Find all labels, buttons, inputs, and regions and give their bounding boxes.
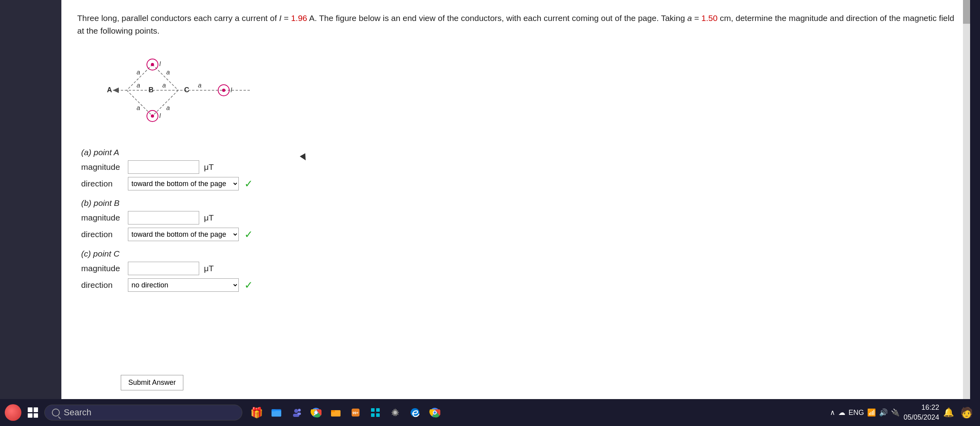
direction-label-a: direction <box>81 179 125 188</box>
magnitude-label-a: magnitude <box>81 162 125 172</box>
battery-icon[interactable]: 🔌 <box>891 408 900 417</box>
windows-icon-sq2 <box>34 407 38 412</box>
language-indicator[interactable]: ENG <box>849 409 864 417</box>
a-value: 1.50 <box>701 13 717 23</box>
svg-text:I: I <box>159 61 161 67</box>
svg-rect-43 <box>376 413 380 417</box>
problem-text-part2: A. The figure below is an end view of th… <box>307 13 687 23</box>
conductor-diagram: a a a a a a a A B C <box>101 45 267 140</box>
point-c-label: (c) point C <box>81 249 954 259</box>
point-a-label: (a) point A <box>81 148 954 157</box>
svg-text:B: B <box>148 86 154 94</box>
svg-text:A: A <box>107 86 112 94</box>
search-text: Search <box>64 407 91 418</box>
settings-icon[interactable] <box>386 404 404 421</box>
point-c-direction-row: direction no direction toward the bottom… <box>81 278 954 292</box>
check-b: ✓ <box>244 228 253 241</box>
direction-select-b[interactable]: toward the bottom of the page toward the… <box>128 228 239 241</box>
check-a: ✓ <box>244 178 253 190</box>
cloud-icon[interactable]: ☁ <box>838 408 845 417</box>
point-b-magnitude-row: magnitude μT <box>81 211 954 224</box>
svg-point-35 <box>314 411 318 414</box>
unit-label-a: μT <box>204 162 214 172</box>
direction-select-a[interactable]: toward the bottom of the page toward the… <box>128 177 239 190</box>
taskbar: Search 🎁 <box>0 399 980 426</box>
magnitude-label-b: magnitude <box>81 213 125 223</box>
direction-label-b: direction <box>81 230 125 239</box>
svg-text:a: a <box>137 105 140 111</box>
clock-date: 05/05/2024 <box>904 413 939 422</box>
problem-text-part1: Three long, parallel conductors each car… <box>77 13 279 23</box>
svg-text:C: C <box>184 86 189 94</box>
point-b-section: (b) point B magnitude μT direction towar… <box>81 198 954 241</box>
page-area: Three long, parallel conductors each car… <box>61 0 970 402</box>
svg-text:99+: 99+ <box>352 411 358 415</box>
point-a-section: (a) point A magnitude μT direction towar… <box>81 148 954 190</box>
direction-select-c[interactable]: no direction toward the bottom of the pa… <box>128 278 239 292</box>
submit-button[interactable]: Submit Answer <box>121 375 183 390</box>
gift-icon[interactable]: 🎁 <box>248 404 265 421</box>
teams-icon[interactable] <box>287 404 305 421</box>
notification-bell-icon[interactable]: 🔔 <box>943 407 954 418</box>
svg-point-23 <box>222 89 225 92</box>
notification-badge-icon[interactable]: 99+ <box>347 404 364 421</box>
magnitude-input-b[interactable] <box>128 211 199 224</box>
chrome-icon[interactable] <box>307 404 325 421</box>
svg-point-20 <box>151 114 154 118</box>
unit-label-b: μT <box>204 213 214 223</box>
scrollbar-thumb[interactable] <box>963 0 970 24</box>
point-a-magnitude-row: magnitude μT <box>81 160 954 174</box>
file-manager-icon[interactable] <box>268 404 285 421</box>
svg-rect-40 <box>371 408 375 412</box>
svg-point-29 <box>298 409 301 412</box>
unit-label-c: μT <box>204 264 214 273</box>
windows-icon-sq3 <box>28 413 32 418</box>
svg-rect-37 <box>331 410 335 412</box>
left-sidebar <box>0 0 61 399</box>
svg-text:a: a <box>198 82 202 89</box>
taskbar-right: ∧ ☁ ENG 📶 🔊 🔌 16:22 05/05/2024 🔔 🧑 <box>830 403 975 422</box>
svg-rect-31 <box>297 413 301 415</box>
magnitude-input-a[interactable] <box>128 160 199 174</box>
check-c: ✓ <box>244 279 253 291</box>
svg-text:a: a <box>137 69 140 76</box>
current-value: 1.96 <box>291 13 307 23</box>
apps-icon[interactable] <box>367 404 384 421</box>
point-b-label: (b) point B <box>81 198 954 208</box>
search-bar[interactable]: Search <box>44 405 242 420</box>
chrome2-icon[interactable] <box>426 404 443 421</box>
system-tray: ∧ ☁ ENG 📶 🔊 🔌 <box>830 408 900 417</box>
volume-icon[interactable]: 🔊 <box>879 408 888 417</box>
taskbar-orb[interactable] <box>5 404 21 421</box>
equals: = <box>282 13 291 23</box>
point-c-section: (c) point C magnitude μT direction no di… <box>81 249 954 292</box>
search-icon <box>52 409 60 416</box>
svg-point-28 <box>294 409 298 413</box>
point-c-magnitude-row: magnitude μT <box>81 262 954 275</box>
svg-rect-26 <box>272 411 281 416</box>
clock[interactable]: 16:22 05/05/2024 <box>904 403 939 422</box>
magnitude-input-c[interactable] <box>128 262 199 275</box>
tray-expand-icon[interactable]: ∧ <box>830 408 835 417</box>
user-avatar[interactable]: 🧑 <box>958 404 975 421</box>
svg-rect-27 <box>272 409 276 411</box>
diagram-container: a a a a a a a A B C <box>101 45 954 140</box>
svg-rect-41 <box>376 408 380 412</box>
equals2: = <box>692 13 701 23</box>
svg-point-45 <box>394 411 397 414</box>
point-b-direction-row: direction toward the bottom of the page … <box>81 228 954 241</box>
folder-icon[interactable] <box>327 404 344 421</box>
windows-icon-sq4 <box>34 413 38 418</box>
edge-icon[interactable] <box>406 404 424 421</box>
windows-icon <box>28 407 38 418</box>
svg-text:a: a <box>166 69 170 76</box>
point-a-direction-row: direction toward the bottom of the page … <box>81 177 954 190</box>
svg-point-49 <box>434 411 436 414</box>
svg-point-17 <box>151 63 154 66</box>
svg-marker-12 <box>113 87 119 93</box>
wifi-icon[interactable]: 📶 <box>867 408 876 417</box>
scrollbar-track[interactable] <box>963 0 970 402</box>
clock-time: 16:22 <box>904 403 939 413</box>
windows-icon-sq1 <box>28 407 32 412</box>
start-button[interactable] <box>25 404 41 421</box>
